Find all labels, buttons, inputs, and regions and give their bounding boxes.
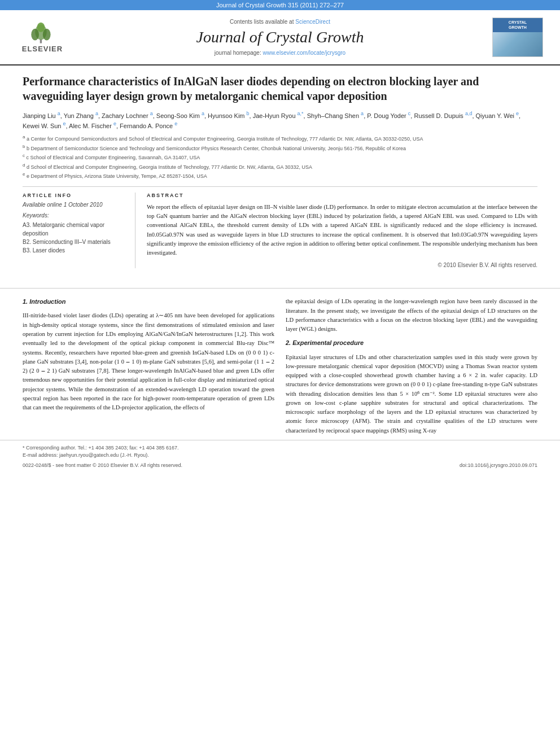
svg-rect-0 <box>40 39 42 43</box>
exp-para1: Epitaxial layer structures of LDs and ot… <box>286 353 537 435</box>
elsevier-logo: ELSEVIER <box>17 20 68 54</box>
article-info-label: ARTICLE INFO <box>23 193 126 198</box>
sciencedirect-link[interactable]: ScienceDirect <box>295 19 330 25</box>
copyright-line: © 2010 Elsevier B.V. All rights reserved… <box>147 262 537 268</box>
journal-homepage: journal homepage: www.elsevier.com/locat… <box>215 50 345 56</box>
issn-info: 0022-0248/$ - see front matter © 2010 El… <box>23 462 182 468</box>
keyword-2: B2. Semiconducting III–V materials <box>23 238 126 246</box>
affil-e: e e Department of Physics, Arizona State… <box>23 171 537 181</box>
left-column: 1. Introduction III-nitride-based violet… <box>23 297 274 440</box>
article-info-panel: ARTICLE INFO Available online 1 October … <box>23 193 135 269</box>
affil-b: b b Department of Semiconductor Science … <box>23 143 537 153</box>
info-section: ARTICLE INFO Available online 1 October … <box>23 186 537 269</box>
journal-title-main: Journal of Crystal Growth <box>196 28 364 46</box>
header-section: ELSEVIER Contents lists available at Sci… <box>0 10 560 65</box>
footnote-star: * Corresponding author. Tel.: +1 404 385… <box>23 445 537 451</box>
cg-image-area <box>493 32 542 56</box>
abstract-label: ABSTRACT <box>147 193 537 198</box>
journal-citation: Journal of Crystal Growth 315 (2011) 272… <box>216 2 344 8</box>
crystal-growth-logo: CRYSTAL GROWTH <box>492 18 543 57</box>
affil-c: c c School of Electrical and Computer En… <box>23 152 537 162</box>
page: Journal of Crystal Growth 315 (2011) 272… <box>0 0 560 747</box>
keywords-label: Keywords: <box>23 212 126 219</box>
article-title: Performance characteristics of InAlGaN l… <box>23 74 537 103</box>
svg-point-3 <box>43 28 51 40</box>
abstract-section: ABSTRACT We report the effects of epitax… <box>147 193 537 269</box>
article-content: Performance characteristics of InAlGaN l… <box>0 65 560 279</box>
article-footer: * Corresponding author. Tel.: +1 404 385… <box>0 440 560 471</box>
body-columns: 1. Introduction III-nitride-based violet… <box>0 297 560 440</box>
header-right: CRYSTAL GROWTH <box>484 16 552 59</box>
cg-logo-top: CRYSTAL GROWTH <box>493 18 542 32</box>
doi-info: doi:10.1016/j.jcrysgro.2010.09.071 <box>460 462 537 468</box>
keyword-1: A3. Metalorganic chemical vapor depositi… <box>23 221 126 238</box>
right-column: the epitaxial design of LDs operating in… <box>286 297 537 440</box>
available-date: Available online 1 October 2010 <box>23 202 126 208</box>
elsevier-tree-icon <box>25 22 59 45</box>
intro-heading: 1. Introduction <box>23 297 274 307</box>
journal-top-bar: Journal of Crystal Growth 315 (2011) 272… <box>0 0 560 10</box>
cg-logo-text: CRYSTAL GROWTH <box>509 20 527 30</box>
header-center: Contents lists available at ScienceDirec… <box>76 16 484 59</box>
exp-heading: 2. Experimental procedure <box>286 338 537 348</box>
contents-line: Contents lists available at ScienceDirec… <box>230 19 330 25</box>
right-intro-para: the epitaxial design of LDs operating in… <box>286 297 537 334</box>
affiliations: a a Center for Compound Semiconductors a… <box>23 134 537 181</box>
section-divider <box>0 288 560 289</box>
intro-para1: III-nitride-based violet laser diodes (L… <box>23 311 274 412</box>
svg-point-2 <box>31 28 39 40</box>
elsevier-text: ELSEVIER <box>22 45 63 53</box>
footer-bottom: 0022-0248/$ - see front matter © 2010 El… <box>23 462 537 468</box>
affil-d: d d School of Electrical and Computer En… <box>23 162 537 172</box>
authors-text: Jianping Liu a, Yun Zhang a, Zachary Loc… <box>23 112 520 129</box>
abstract-text: We report the effects of epitaxial layer… <box>147 203 537 258</box>
keyword-3: B3. Laser diodes <box>23 246 126 255</box>
header-left: ELSEVIER <box>8 16 76 59</box>
svg-point-4 <box>37 22 45 32</box>
homepage-link[interactable]: www.elsevier.com/locate/jcrysgro <box>262 50 345 56</box>
footnote-email: E-mail address: jaehyun.ryou@gatech.edu … <box>23 452 537 458</box>
affil-a: a a Center for Compound Semiconductors a… <box>23 134 537 143</box>
authors-line: Jianping Liu a, Yun Zhang a, Zachary Loc… <box>23 110 537 130</box>
